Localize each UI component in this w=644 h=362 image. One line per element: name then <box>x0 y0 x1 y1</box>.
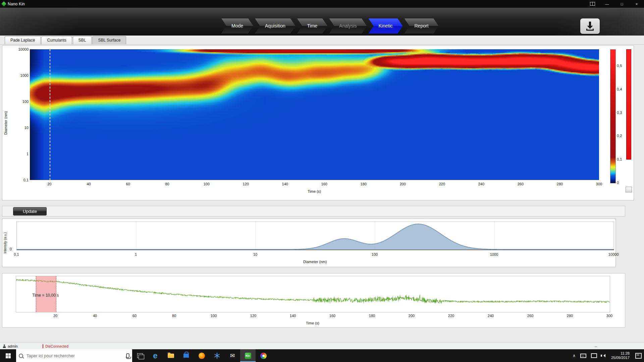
palette-app-icon[interactable] <box>256 349 271 362</box>
close-button[interactable]: × <box>629 0 644 8</box>
axis-tick-label: 60 <box>126 182 130 186</box>
axis-tick-label: 10000 <box>8 47 29 51</box>
update-button[interactable]: Update <box>13 207 47 216</box>
axis-tick-label: 220 <box>439 182 445 186</box>
axis-tick-label: 160 <box>329 314 335 318</box>
subtab-cumulants[interactable]: Cumulants <box>41 36 72 44</box>
axis-tick-label: 280 <box>567 314 573 318</box>
taskbar-clock[interactable]: 11:28 25/09/2017 <box>608 351 633 360</box>
trace-x-axis-label: Time (s) <box>306 321 319 325</box>
axis-tick-label: 260 <box>527 314 533 318</box>
axis-tick-label: 0,2 <box>617 134 622 138</box>
axis-tick-label: 280 <box>557 182 563 186</box>
edge-icon[interactable]: e <box>148 349 163 362</box>
ribbon-tab-mode[interactable]: Mode <box>221 18 253 34</box>
ribbon-tab-aquisition[interactable]: Aquisition <box>255 18 296 34</box>
search-icon <box>19 354 23 358</box>
trace-canvas <box>16 276 610 312</box>
subtab-sbl[interactable]: SBL <box>73 36 92 44</box>
ribbon-tab-kinetic[interactable]: Kinetic <box>368 18 402 34</box>
colorbar <box>610 49 616 183</box>
start-button[interactable] <box>0 349 16 362</box>
size-distribution-panel: Intensity (a.u.) 0 0,1110100100010000 Di… <box>2 219 616 267</box>
taskbar: e✉Kin ∧ 11:28 25/09/2017 <box>0 349 644 362</box>
axis-tick-label: 20 <box>47 182 51 186</box>
distribution-canvas <box>17 222 614 250</box>
axis-tick-label: 10000 <box>608 252 619 256</box>
subtab-sbl-surface[interactable]: SBL Surface <box>92 36 126 44</box>
clock-date: 25/09/2017 <box>611 356 630 360</box>
trace-plot[interactable]: Time = 10,00 s <box>16 276 610 312</box>
ribbon-tab-report[interactable]: Report <box>405 18 439 34</box>
subtab-pade-laplace[interactable]: Pade Laplace <box>5 36 41 44</box>
time-cursor-line[interactable] <box>50 49 50 180</box>
ribbon-tab-time[interactable]: Time <box>297 18 328 34</box>
axis-tick-label: 180 <box>361 182 367 186</box>
axis-tick-label: 40 <box>93 314 97 318</box>
window-layout-button[interactable] <box>585 0 600 8</box>
axis-tick-label: 100 <box>203 182 209 186</box>
slider-thumb[interactable] <box>626 187 632 192</box>
volume-icon[interactable] <box>599 349 608 362</box>
axis-tick-label: 0,1 <box>8 178 29 182</box>
heatmap-x-axis-label: Time (s) <box>308 189 321 193</box>
app-icon <box>1 1 7 7</box>
distribution-plot <box>16 222 614 250</box>
status-user: admin <box>8 344 18 348</box>
distribution-x-axis-label: Diameter (nm) <box>303 260 327 264</box>
axis-tick-label: 0,4 <box>617 87 622 91</box>
distribution-y-zero-tick: 0 <box>10 247 12 251</box>
asterisk-app-icon[interactable] <box>209 349 225 362</box>
axis-tick-label: 120 <box>250 314 256 318</box>
axis-tick-label: 10 <box>253 252 257 256</box>
axis-tick-label: 100 <box>8 100 29 104</box>
axis-tick-label: 240 <box>488 314 494 318</box>
axis-tick-label: 1 <box>8 152 29 156</box>
maximize-button[interactable]: □ <box>614 0 629 8</box>
action-center-button[interactable] <box>633 349 644 362</box>
update-row: Update <box>2 206 625 217</box>
axis-tick-label: 1 <box>135 252 137 256</box>
ribbon: ModeAquisitionTimeAnalysisKineticReport <box>0 8 644 36</box>
axis-tick-label: 1000 <box>490 252 498 256</box>
axis-tick-label: 180 <box>369 314 375 318</box>
system-tray: ∧ 11:28 25/09/2017 <box>570 349 644 362</box>
firefox-icon[interactable] <box>194 349 209 362</box>
axis-tick-label: 120 <box>243 182 249 186</box>
application-window: Nano Kin — □ × ModeAquisitionTimeAnalysi… <box>0 0 644 362</box>
download-icon <box>585 21 595 32</box>
axis-tick-label: 0,1 <box>14 252 19 256</box>
status-bar: admin DisConnected -- <box>0 343 644 350</box>
microphone-icon[interactable] <box>126 353 129 358</box>
axis-tick-label: 260 <box>518 182 524 186</box>
clock-time: 11:28 <box>621 351 630 356</box>
axis-tick-label: 0,1 <box>617 157 622 161</box>
search-input[interactable] <box>26 353 108 359</box>
touch-keyboard-icon[interactable] <box>578 349 589 362</box>
mail-icon[interactable]: ✉ <box>225 349 240 362</box>
task-view-icon[interactable] <box>132 349 148 362</box>
axis-tick-label: 10 <box>8 126 29 130</box>
download-button[interactable] <box>580 18 600 34</box>
distribution-y-axis-label: Intensity (a.u.) <box>3 219 8 267</box>
heatmap-plot[interactable] <box>30 49 599 180</box>
axis-tick-label: 200 <box>409 314 415 318</box>
nano-kin-app-icon[interactable]: Kin <box>240 349 256 362</box>
scale-slider[interactable] <box>626 49 631 160</box>
axis-tick-label: 80 <box>165 182 169 186</box>
store-icon[interactable] <box>178 349 194 362</box>
tray-expand-icon[interactable]: ∧ <box>570 349 578 362</box>
axis-tick-label: 20 <box>53 314 57 318</box>
user-icon <box>3 345 6 348</box>
axis-tick-label: 0,5 <box>617 64 622 68</box>
file-explorer-icon[interactable] <box>163 349 178 362</box>
action-center-icon <box>635 353 642 359</box>
tray-icons: ∧ <box>570 349 608 362</box>
taskbar-search[interactable] <box>16 349 132 362</box>
network-icon[interactable] <box>589 349 599 362</box>
ribbon-tab-analysis[interactable]: Analysis <box>329 18 367 34</box>
axis-tick-label: 80 <box>172 314 176 318</box>
axis-tick-label: 200 <box>400 182 406 186</box>
minimize-button[interactable]: — <box>600 0 614 8</box>
heatmap-canvas <box>30 49 599 180</box>
